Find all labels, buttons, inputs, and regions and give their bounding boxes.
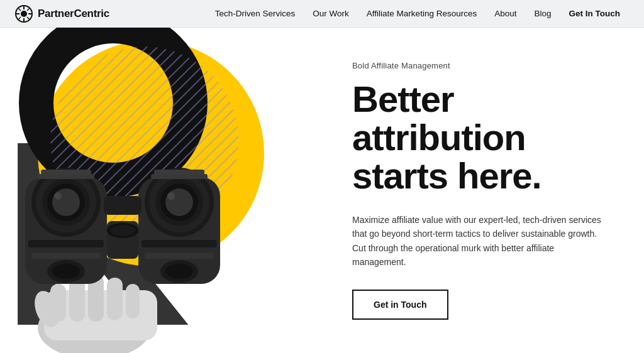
- svg-rect-43: [41, 170, 91, 175]
- svg-point-49: [165, 264, 193, 279]
- binoculars-image: [0, 52, 258, 353]
- hero-description: Maximize affiliate value with our expert…: [352, 213, 604, 269]
- headline-line2: attribution: [352, 117, 526, 158]
- svg-line-7: [27, 17, 30, 19]
- nav-blog[interactable]: Blog: [525, 9, 560, 18]
- svg-line-9: [19, 17, 21, 19]
- svg-rect-42: [38, 174, 94, 179]
- nav-about[interactable]: About: [486, 9, 525, 18]
- hero-section: K: [0, 28, 644, 353]
- svg-rect-37: [145, 253, 214, 259]
- headline-line1: Better: [352, 79, 454, 119]
- nav-links: Tech-Driven Services Our Work Affiliate …: [206, 9, 629, 18]
- svg-rect-17: [107, 278, 123, 320]
- svg-point-35: [167, 192, 175, 200]
- svg-rect-27: [28, 240, 104, 247]
- svg-point-47: [52, 264, 80, 279]
- svg-rect-44: [151, 174, 208, 179]
- svg-rect-38: [104, 196, 142, 215]
- svg-point-26: [54, 192, 62, 200]
- nav-our-work[interactable]: Our Work: [304, 9, 358, 18]
- svg-line-8: [27, 8, 30, 11]
- hero-content: Bold Affiliate Management Better attribu…: [327, 28, 644, 353]
- hero-tagline: Bold Affiliate Management: [352, 61, 606, 70]
- svg-line-6: [19, 8, 21, 11]
- svg-point-41: [110, 225, 135, 236]
- svg-rect-45: [154, 170, 204, 175]
- svg-rect-15: [69, 278, 85, 322]
- nav-resources[interactable]: Affiliate Marketing Resources: [358, 9, 486, 18]
- hero-image-area: K: [0, 28, 327, 353]
- svg-rect-36: [142, 240, 217, 247]
- svg-rect-18: [126, 284, 140, 318]
- svg-point-1: [21, 11, 27, 17]
- nav-get-in-touch[interactable]: Get In Touch: [560, 9, 630, 18]
- headline-line3: starts here.: [352, 155, 541, 196]
- nav-tech-driven[interactable]: Tech-Driven Services: [206, 9, 304, 18]
- hero-headline: Better attribution starts here.: [352, 80, 606, 195]
- logo-icon: [15, 5, 33, 23]
- logo[interactable]: PartnerCentric: [15, 5, 109, 23]
- svg-rect-28: [31, 253, 101, 259]
- get-in-touch-button[interactable]: Get in Touch: [352, 290, 448, 320]
- navbar: PartnerCentric Tech-Driven Services Our …: [0, 0, 644, 28]
- logo-text: PartnerCentric: [38, 8, 109, 20]
